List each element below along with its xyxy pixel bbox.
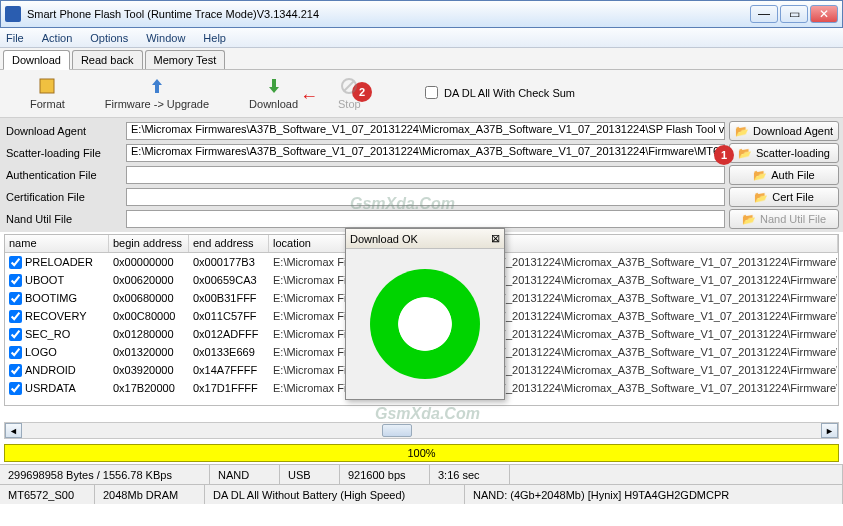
row-checkbox[interactable] bbox=[9, 328, 22, 341]
maximize-button[interactable]: ▭ bbox=[780, 5, 808, 23]
row-begin: 0x00620000 bbox=[109, 274, 189, 286]
row-end: 0x0133E669 bbox=[189, 346, 269, 358]
stop-button[interactable]: Stop bbox=[338, 77, 361, 110]
stop-label: Stop bbox=[338, 98, 361, 110]
annotation-bubble-1: 1 bbox=[714, 145, 734, 165]
row-name: UBOOT bbox=[25, 274, 64, 286]
dialog-close-button[interactable]: ⊠ bbox=[491, 232, 500, 245]
folder-icon: 📂 bbox=[735, 125, 749, 138]
scatter-input[interactable]: E:\Micromax Firmwares\A37B_Software_V1_0… bbox=[126, 144, 725, 162]
da-input[interactable]: E:\Micromax Firmwares\A37B_Software_V1_0… bbox=[126, 122, 725, 140]
close-button[interactable]: ✕ bbox=[810, 5, 838, 23]
col-name[interactable]: name bbox=[5, 235, 109, 252]
nand-util-button[interactable]: 📂Nand Util File bbox=[729, 209, 839, 229]
scroll-left-arrow[interactable]: ◄ bbox=[5, 423, 22, 438]
col-end[interactable]: end address bbox=[189, 235, 269, 252]
row-begin: 0x00C80000 bbox=[109, 310, 189, 322]
da-dl-checkbox[interactable] bbox=[425, 86, 438, 99]
row-checkbox[interactable] bbox=[9, 364, 22, 377]
row-end: 0x14A7FFFF bbox=[189, 364, 269, 376]
row-end: 0x00659CA3 bbox=[189, 274, 269, 286]
tabbar: Download Read back Memory Test bbox=[0, 48, 843, 70]
menu-file[interactable]: File bbox=[6, 32, 24, 44]
toolbar: Format Firmware -> Upgrade Download ← 2 … bbox=[0, 70, 843, 118]
download-icon bbox=[265, 77, 283, 95]
row-checkbox[interactable] bbox=[9, 382, 22, 395]
progress-bar: 100% bbox=[4, 444, 839, 462]
scroll-right-arrow[interactable]: ► bbox=[821, 423, 838, 438]
menu-window[interactable]: Window bbox=[146, 32, 185, 44]
firmware-upgrade-button[interactable]: Firmware -> Upgrade bbox=[105, 77, 209, 110]
row-name: USRDATA bbox=[25, 382, 76, 394]
da-dl-label: DA DL All With Check Sum bbox=[444, 87, 575, 99]
folder-icon: 📂 bbox=[753, 169, 767, 182]
row-end: 0x00B31FFF bbox=[189, 292, 269, 304]
row-end: 0x012ADFFF bbox=[189, 328, 269, 340]
format-label: Format bbox=[30, 98, 65, 110]
row-checkbox[interactable] bbox=[9, 310, 22, 323]
col-begin[interactable]: begin address bbox=[109, 235, 189, 252]
row-name: BOOTIMG bbox=[25, 292, 77, 304]
scatter-loading-button[interactable]: 📂Scatter-loading bbox=[729, 143, 839, 163]
stop-icon bbox=[340, 77, 358, 95]
status-chip: MT6572_S00 bbox=[0, 485, 95, 504]
dialog-title-text: Download OK bbox=[350, 233, 491, 245]
row-begin: 0x00680000 bbox=[109, 292, 189, 304]
download-label: Download bbox=[249, 98, 298, 110]
row-name: PRELOADER bbox=[25, 256, 93, 268]
tab-memtest[interactable]: Memory Test bbox=[145, 50, 226, 69]
window-title: Smart Phone Flash Tool (Runtime Trace Mo… bbox=[27, 8, 750, 20]
folder-icon: 📂 bbox=[742, 213, 756, 226]
titlebar: Smart Phone Flash Tool (Runtime Trace Mo… bbox=[0, 0, 843, 28]
format-button[interactable]: Format bbox=[30, 77, 65, 110]
menu-help[interactable]: Help bbox=[203, 32, 226, 44]
progress-text: 100% bbox=[407, 447, 435, 459]
tab-download[interactable]: Download bbox=[3, 50, 70, 70]
folder-icon: 📂 bbox=[754, 191, 768, 204]
row-checkbox[interactable] bbox=[9, 346, 22, 359]
cert-file-button[interactable]: 📂Cert File bbox=[729, 187, 839, 207]
row-end: 0x17D1FFFF bbox=[189, 382, 269, 394]
menu-options[interactable]: Options bbox=[90, 32, 128, 44]
auth-file-button[interactable]: 📂Auth File bbox=[729, 165, 839, 185]
upgrade-icon bbox=[148, 77, 166, 95]
nand-input[interactable] bbox=[126, 210, 725, 228]
row-begin: 0x03920000 bbox=[109, 364, 189, 376]
row-checkbox[interactable] bbox=[9, 274, 22, 287]
status-dram: 2048Mb DRAM bbox=[95, 485, 205, 504]
status-bytes: 299698958 Bytes / 1556.78 KBps bbox=[0, 465, 210, 484]
menubar: File Action Options Window Help bbox=[0, 28, 843, 48]
row-begin: 0x01280000 bbox=[109, 328, 189, 340]
download-agent-button[interactable]: 📂Download Agent bbox=[729, 121, 839, 141]
status-usb: USB bbox=[280, 465, 340, 484]
minimize-button[interactable]: — bbox=[750, 5, 778, 23]
cert-label: Certification File bbox=[4, 191, 122, 203]
row-checkbox[interactable] bbox=[9, 292, 22, 305]
status-nandinfo: NAND: (4Gb+2048Mb) [Hynix] H9TA4GH2GDMCP… bbox=[465, 485, 843, 504]
svg-line-2 bbox=[344, 81, 354, 91]
auth-input[interactable] bbox=[126, 166, 725, 184]
horizontal-scrollbar[interactable]: ◄ ► bbox=[4, 422, 839, 439]
download-button[interactable]: Download bbox=[249, 77, 298, 110]
format-icon bbox=[38, 77, 56, 95]
app-icon bbox=[5, 6, 21, 22]
download-ok-dialog: Download OK ⊠ bbox=[345, 228, 505, 400]
row-name: RECOVERY bbox=[25, 310, 87, 322]
nand-label: Nand Util File bbox=[4, 213, 122, 225]
scroll-thumb[interactable] bbox=[382, 424, 412, 437]
svg-rect-0 bbox=[40, 79, 54, 93]
scatter-label: Scatter-loading File bbox=[4, 147, 122, 159]
row-begin: 0x00000000 bbox=[109, 256, 189, 268]
cert-input[interactable] bbox=[126, 188, 725, 206]
success-ring-icon bbox=[370, 269, 480, 379]
row-begin: 0x01320000 bbox=[109, 346, 189, 358]
file-section: Download Agent E:\Micromax Firmwares\A37… bbox=[0, 118, 843, 232]
row-name: SEC_RO bbox=[25, 328, 70, 340]
row-name: ANDROID bbox=[25, 364, 76, 376]
row-end: 0x011C57FF bbox=[189, 310, 269, 322]
auth-label: Authentication File bbox=[4, 169, 122, 181]
row-checkbox[interactable] bbox=[9, 256, 22, 269]
menu-action[interactable]: Action bbox=[42, 32, 73, 44]
tab-readback[interactable]: Read back bbox=[72, 50, 143, 69]
da-label: Download Agent bbox=[4, 125, 122, 137]
